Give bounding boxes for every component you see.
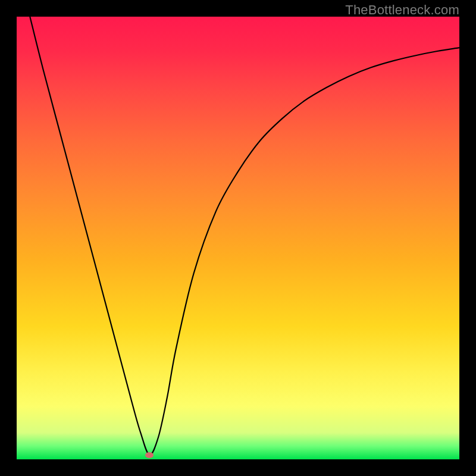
curve-svg [17,17,459,459]
chart-area [17,17,459,459]
min-marker [145,452,154,458]
bottleneck-curve [30,17,459,455]
watermark-text: TheBottleneck.com [345,2,459,18]
